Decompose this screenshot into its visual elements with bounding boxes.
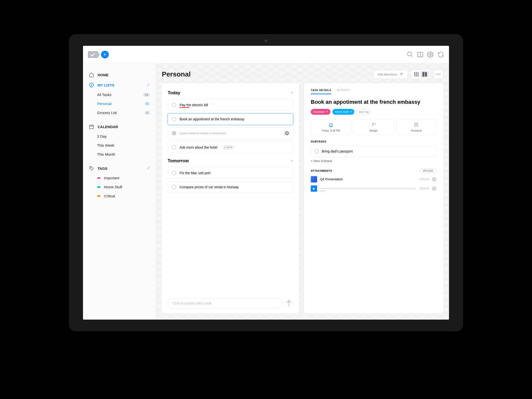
- task-tags: Important✕ Home Stuff✕ Add Tag: [311, 109, 436, 115]
- tab-task-details[interactable]: TASK DETAILS: [311, 89, 331, 94]
- app-screen: + HOME MY LISTS A: [83, 46, 449, 320]
- view-column[interactable]: [412, 71, 421, 78]
- task-label: Compare prices of car rental in Norway: [180, 185, 239, 189]
- assign-text: Assign: [369, 129, 377, 132]
- tag-important[interactable]: Important: [83, 173, 156, 182]
- attachments-heading: ATTACHMENTS: [311, 169, 332, 172]
- columns-icon[interactable]: [417, 51, 424, 58]
- attachment-row[interactable]: ▶ 2/03/18 ✕: [311, 185, 436, 192]
- add-members-button[interactable]: Add Members: [374, 70, 408, 79]
- attachment-row[interactable]: Q4 Presentation 3/05/18 ✕: [311, 176, 436, 182]
- task-label: Ask mom about the hotel: [180, 145, 217, 149]
- task-row[interactable]: Learn how to make a croissant ✕: [168, 127, 293, 139]
- tag-label: Important: [104, 176, 119, 180]
- settings-icon[interactable]: [427, 51, 434, 58]
- list-personal[interactable]: Personal 9: [83, 99, 156, 108]
- app-logo[interactable]: [88, 51, 98, 58]
- list-label: Grocery List: [97, 111, 117, 115]
- remove-tag-icon[interactable]: ✕: [350, 110, 352, 113]
- task-row[interactable]: Compare prices of car rental in Norway: [168, 181, 293, 193]
- quick-add-input[interactable]: Click to quickly add a task: [168, 298, 282, 308]
- nav-calendar[interactable]: CALENDAR: [83, 122, 156, 132]
- edit-lists-icon[interactable]: [147, 83, 150, 87]
- add-task-tomorrow-icon[interactable]: +: [290, 158, 293, 164]
- calendar-icon: [89, 124, 94, 129]
- svg-point-4: [430, 54, 431, 55]
- task-checkbox[interactable]: [172, 145, 176, 150]
- list-box[interactable]: Personal: [396, 119, 436, 135]
- add-task-today-icon[interactable]: +: [290, 90, 293, 96]
- group-today: Today +: [168, 90, 293, 96]
- task-row[interactable]: Ask mom about the hotel 3:30PM: [168, 142, 293, 153]
- task-checkbox[interactable]: [172, 171, 176, 175]
- add-tag-button[interactable]: Add Tag: [356, 109, 371, 115]
- view-split[interactable]: [421, 71, 429, 78]
- nav-tags[interactable]: TAGS: [83, 163, 156, 173]
- tasks-column: Today + Pay the electric bill Book an ap…: [162, 83, 299, 313]
- task-checkbox[interactable]: [172, 103, 176, 107]
- tag-color: [97, 186, 101, 188]
- assign-icon: [371, 122, 376, 127]
- assign-box[interactable]: Assign: [353, 119, 394, 135]
- list-icon: [414, 122, 419, 127]
- main-area: Personal Add Members ••• Today +: [156, 63, 449, 320]
- task-checkbox[interactable]: [172, 185, 176, 189]
- cal-week[interactable]: This Week: [83, 141, 156, 150]
- task-label: Book an appotiment at the french embassy: [180, 117, 244, 121]
- more-button[interactable]: •••: [433, 70, 443, 79]
- new-task-button[interactable]: +: [101, 51, 109, 58]
- cal-month[interactable]: This Month: [83, 150, 156, 159]
- tag-icon: [89, 166, 94, 171]
- task-row[interactable]: Fix the Mac usb port: [168, 167, 293, 179]
- svg-rect-14: [416, 72, 417, 77]
- list-all-tasks[interactable]: All Tasks 14: [83, 90, 156, 99]
- list-label: Personal: [97, 102, 111, 106]
- nav-calendar-label: CALENDAR: [98, 125, 118, 129]
- subtask-row[interactable]: Bring dad's passport: [311, 146, 436, 157]
- task-label: Learn how to make a croissant: [180, 131, 226, 135]
- doc-thumb-icon: [311, 176, 317, 182]
- tab-activity[interactable]: ACTIVITY: [337, 89, 350, 94]
- tag-pill-home-stuff[interactable]: Home Stuff✕: [332, 109, 354, 115]
- remove-tag-icon[interactable]: ✕: [326, 110, 328, 113]
- list-text: Personal: [411, 129, 422, 132]
- task-checkbox[interactable]: [172, 117, 176, 121]
- tablet-frame: + HOME MY LISTS A: [69, 34, 463, 331]
- sync-icon[interactable]: [437, 51, 444, 58]
- new-subtask-button[interactable]: + New Subtask: [311, 159, 436, 163]
- tag-critical[interactable]: Critical: [83, 191, 156, 200]
- search-icon[interactable]: [407, 51, 413, 58]
- quick-add-submit-icon[interactable]: [284, 299, 293, 308]
- reminder-box[interactable]: Today, 6:30 PM: [311, 119, 351, 135]
- tag-label: Home Stuff: [104, 185, 122, 189]
- nav-my-lists[interactable]: MY LISTS: [83, 80, 156, 90]
- sidebar: HOME MY LISTS All Tasks 14 Personal 9 Gr…: [83, 63, 156, 320]
- audio-progress[interactable]: [320, 188, 416, 189]
- tag-pill-label: Home Stuff: [335, 110, 348, 113]
- play-icon[interactable]: ▶: [311, 185, 317, 192]
- tag-pill-important[interactable]: Important✕: [311, 109, 330, 115]
- delete-task-icon[interactable]: ✕: [285, 131, 289, 135]
- task-row[interactable]: Pay the electric bill: [168, 99, 293, 111]
- tag-label: Critical: [104, 194, 115, 198]
- edit-tags-icon[interactable]: [147, 166, 150, 171]
- group-title: Tomorrow: [168, 158, 189, 163]
- upload-button[interactable]: UPLOAD: [420, 169, 436, 173]
- bell-icon: [329, 122, 333, 127]
- home-icon: [89, 72, 94, 77]
- remove-attachment-icon[interactable]: ✕: [432, 177, 436, 181]
- list-count: 9: [145, 102, 150, 106]
- svg-rect-15: [418, 72, 419, 77]
- task-checkbox[interactable]: [172, 131, 176, 135]
- list-grocery[interactable]: Grocery List 6: [83, 108, 156, 117]
- tag-home-stuff[interactable]: Home Stuff: [83, 182, 156, 191]
- svg-point-11: [401, 73, 402, 74]
- cal-3day[interactable]: 3 Day: [83, 132, 156, 141]
- tag-pill-label: Important: [313, 110, 324, 113]
- remove-attachment-icon[interactable]: ✕: [432, 186, 436, 191]
- info-boxes: Today, 6:30 PM Assign Personal: [311, 119, 436, 135]
- subtask-checkbox[interactable]: [314, 149, 319, 153]
- nav-home[interactable]: HOME: [83, 70, 156, 80]
- task-row[interactable]: Book an appotiment at the french embassy: [168, 113, 293, 125]
- cal-view-label: This Week: [97, 143, 114, 147]
